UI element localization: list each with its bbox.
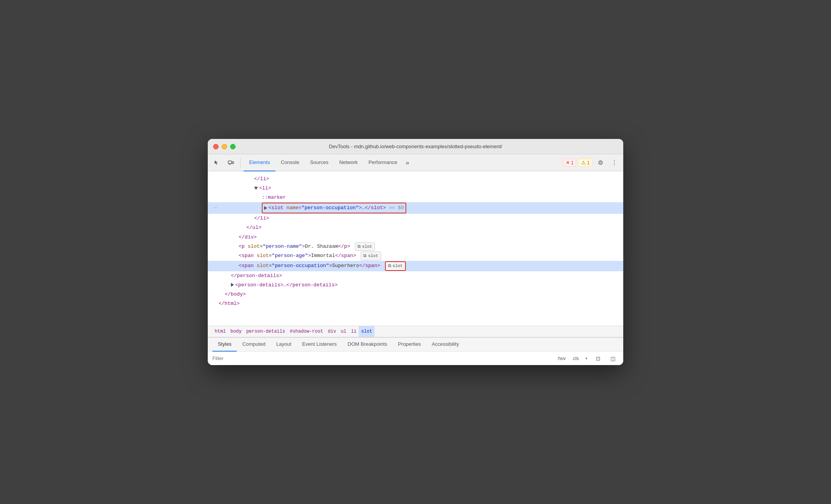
device-icon[interactable] bbox=[225, 157, 237, 169]
tag-text: </li> bbox=[254, 176, 269, 182]
tag-text: </p> bbox=[338, 244, 350, 249]
attr-name: slot bbox=[248, 244, 259, 249]
dom-line[interactable]: <p slot="person-name">Dr. Shazaam</p> ⧉ … bbox=[208, 242, 623, 252]
breadcrumb-html[interactable]: html bbox=[212, 326, 228, 337]
dom-line[interactable]: </person-details> bbox=[208, 271, 623, 281]
slot-badge-p[interactable]: ⧉ slot bbox=[355, 242, 375, 251]
attr-value: "person-name" bbox=[263, 244, 302, 249]
warning-count: 1 bbox=[587, 160, 590, 166]
tab-dom-breakpoints[interactable]: DOM Breakpoints bbox=[342, 338, 393, 352]
dots-indicator: … bbox=[214, 203, 217, 211]
tab-console[interactable]: Console bbox=[275, 154, 305, 171]
breadcrumb-ul[interactable]: ul bbox=[338, 326, 348, 337]
cursor-svg bbox=[214, 160, 220, 166]
slot-badge-span-occupation[interactable]: ⧉ slot bbox=[385, 261, 406, 271]
tab-computed[interactable]: Computed bbox=[237, 338, 271, 352]
slot-label: slot bbox=[393, 262, 403, 270]
tag-text: > bbox=[302, 244, 305, 249]
dom-line[interactable]: <li> bbox=[208, 184, 623, 193]
slot-badge-span-age[interactable]: ⧉ slot bbox=[361, 252, 381, 260]
breadcrumb-slot[interactable]: slot bbox=[359, 326, 375, 337]
filter-input[interactable] bbox=[212, 355, 552, 361]
tab-accessibility[interactable]: Accessibility bbox=[426, 338, 465, 352]
tag-text: </body> bbox=[225, 291, 246, 297]
more-tabs-button[interactable]: » bbox=[403, 154, 412, 171]
dom-line[interactable]: </html> bbox=[208, 299, 623, 308]
dom-line[interactable]: <span slot="person-occupation">Superhero… bbox=[208, 261, 623, 271]
breadcrumb-li[interactable]: li bbox=[349, 326, 359, 337]
minimize-button[interactable] bbox=[222, 144, 227, 149]
expand-icon bbox=[254, 187, 258, 190]
filter-bar: :hov .cls + ⊡ ◫ bbox=[208, 351, 623, 365]
dom-line[interactable]: ::marker bbox=[208, 193, 623, 202]
tag-text: <span bbox=[239, 263, 254, 269]
tag-text: <li> bbox=[259, 185, 271, 191]
tab-layout[interactable]: Layout bbox=[271, 338, 297, 352]
dom-line[interactable]: </div> bbox=[208, 233, 623, 242]
sidebar-toggle[interactable]: ◫ bbox=[607, 353, 619, 364]
expand-icon bbox=[231, 283, 234, 287]
slot-label: slot bbox=[368, 252, 378, 260]
breadcrumb-div[interactable]: div bbox=[326, 326, 339, 337]
dom-line[interactable]: <span slot="person-age">Immortal</span> … bbox=[208, 251, 623, 261]
tab-network[interactable]: Network bbox=[334, 154, 363, 171]
tab-styles[interactable]: Styles bbox=[212, 338, 237, 352]
dom-line[interactable]: </li> bbox=[208, 174, 623, 184]
tag-text: </li> bbox=[254, 215, 269, 221]
tag-text: > bbox=[329, 263, 332, 269]
dom-tree-panel: </li> <li> ::marker … <slot name="person… bbox=[208, 171, 623, 326]
tab-sources[interactable]: Sources bbox=[305, 154, 334, 171]
text-content: Dr. Shazaam bbox=[305, 244, 338, 249]
close-button[interactable] bbox=[213, 144, 219, 149]
svg-rect-0 bbox=[228, 161, 232, 164]
svg-rect-1 bbox=[232, 162, 234, 164]
tag-text: <person-details>…</person-details> bbox=[235, 282, 337, 288]
more-options-button[interactable]: ⋮ bbox=[609, 157, 620, 169]
slot-icon: ⧉ bbox=[388, 262, 391, 270]
breadcrumb-person-details[interactable]: person-details bbox=[244, 326, 288, 337]
slot-label: slot bbox=[362, 243, 372, 250]
main-tab-nav: Elements Console Sources Network Perform… bbox=[244, 154, 561, 171]
pseudo-text: ::marker bbox=[262, 194, 286, 200]
toolbar: Elements Console Sources Network Perform… bbox=[208, 154, 623, 171]
dollar-zero: == $0 bbox=[389, 205, 404, 211]
dom-line[interactable]: </ul> bbox=[208, 223, 623, 232]
toolbar-right: ✕ 1 ⚠ 1 ⚙ ⋮ bbox=[563, 157, 620, 169]
dom-line[interactable]: </li> bbox=[208, 214, 623, 223]
tab-event-listeners[interactable]: Event Listeners bbox=[297, 338, 342, 352]
filter-right: :hov .cls + ⊡ ◫ bbox=[555, 353, 619, 364]
add-style-button[interactable]: + bbox=[583, 355, 589, 362]
breadcrumb-shadow-root[interactable]: #shadow-root bbox=[287, 326, 325, 337]
slot-outline-box: <slot name="person-occupation">…</slot> … bbox=[262, 203, 406, 213]
titlebar: DevTools - mdn.github.io/web-components-… bbox=[208, 139, 623, 154]
tag-text: <p bbox=[239, 244, 245, 249]
tag-text: <span bbox=[239, 253, 254, 259]
breadcrumb-body[interactable]: body bbox=[228, 326, 244, 337]
tag-text: </ul> bbox=[246, 225, 261, 230]
tag-text: </person-details> bbox=[231, 273, 282, 279]
tab-properties[interactable]: Properties bbox=[393, 338, 426, 352]
device-svg bbox=[228, 160, 234, 166]
devtools-window: DevTools - mdn.github.io/web-components-… bbox=[208, 139, 623, 365]
warning-icon: ⚠ bbox=[581, 160, 586, 166]
dom-tree: </li> <li> ::marker … <slot name="person… bbox=[208, 171, 623, 311]
settings-button[interactable]: ⚙ bbox=[595, 157, 606, 169]
computed-style-toggle[interactable]: ⊡ bbox=[592, 353, 604, 364]
slot-icon: ⧉ bbox=[363, 252, 366, 260]
inspect-icon[interactable] bbox=[211, 157, 223, 169]
dom-line[interactable]: <person-details>…</person-details> bbox=[208, 281, 623, 290]
error-icon: ✕ bbox=[566, 160, 570, 166]
tag-text: </div> bbox=[239, 234, 257, 240]
dom-line[interactable]: </body> bbox=[208, 290, 623, 299]
slot-icon: ⧉ bbox=[358, 243, 361, 250]
cls-button[interactable]: .cls bbox=[570, 355, 580, 362]
tag-text: </span> bbox=[335, 253, 356, 259]
selected-dom-line[interactable]: … <slot name="person-occupation">…</slot… bbox=[208, 202, 623, 214]
bottom-tabs: Styles Computed Layout Event Listeners D… bbox=[208, 337, 623, 351]
attr-name: slot bbox=[257, 263, 269, 269]
tab-elements[interactable]: Elements bbox=[244, 154, 275, 171]
tab-performance[interactable]: Performance bbox=[363, 154, 402, 171]
maximize-button[interactable] bbox=[230, 144, 236, 149]
breadcrumb-bar: html body person-details #shadow-root di… bbox=[208, 326, 623, 337]
hov-button[interactable]: :hov bbox=[555, 355, 567, 362]
